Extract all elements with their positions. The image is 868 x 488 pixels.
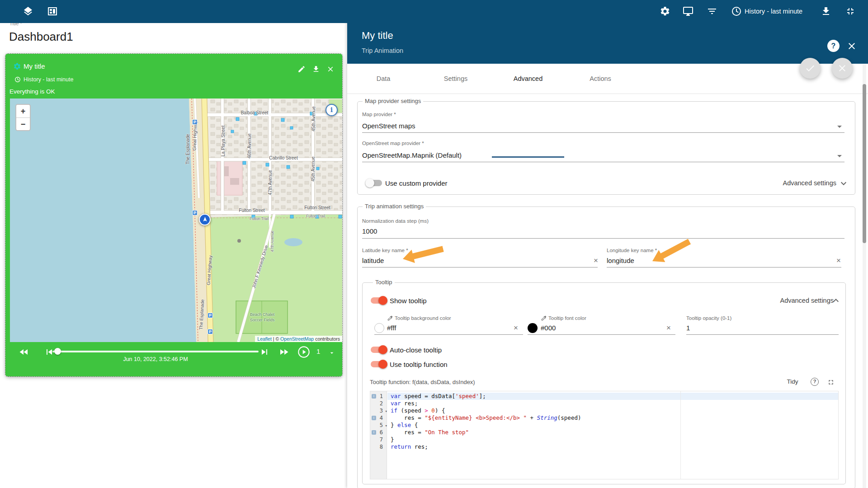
osm-provider-select[interactable]: OpenStreetMap.Mapnik (Default) — [362, 151, 462, 159]
parking-icon: P — [208, 329, 213, 334]
tooltip-advanced-settings-link[interactable]: Advanced settings — [775, 297, 834, 304]
dashboard-layout-icon[interactable] — [47, 6, 58, 17]
function-help-icon[interactable]: ? — [811, 378, 819, 386]
parking-icon: P — [208, 313, 213, 318]
tooltip-font-color-input[interactable]: #000 — [541, 324, 556, 332]
manage-layouts-icon[interactable] — [683, 6, 693, 17]
tab-settings[interactable]: Settings — [420, 64, 492, 94]
map-canvas — [10, 99, 342, 342]
panel-close-icon[interactable] — [846, 41, 857, 52]
clear-longitude-icon[interactable]: × — [836, 256, 841, 265]
leaflet-map[interactable]: Balboa Street Cabrillo Street Fulton Str… — [10, 99, 342, 342]
tooltip-bg-color-input[interactable]: #fff — [387, 324, 396, 332]
trip-animation-widget[interactable]: My title History - last minute Everythin… — [5, 54, 342, 376]
tooltip-function-label: Tooltip function: f(data, dsData, dsInde… — [370, 379, 475, 385]
check-icon — [805, 63, 816, 74]
street-label: Great Highway — [192, 121, 198, 150]
close-icon — [837, 63, 848, 74]
map-info-button[interactable]: i — [326, 104, 338, 116]
show-tooltip-toggle[interactable] — [371, 296, 387, 305]
timewindow-label[interactable]: History - last minute — [745, 8, 802, 15]
attribution-separator: | © — [272, 336, 280, 342]
fieldset-legend: Trip animation settings — [363, 203, 426, 210]
play-button[interactable] — [297, 346, 310, 358]
tooltip-function-editor[interactable]: i123▾i45▾i678 var speed = dsData['speed'… — [370, 391, 839, 479]
speed-dropdown-caret-icon[interactable] — [328, 349, 335, 357]
clear-latitude-icon[interactable]: × — [594, 256, 598, 265]
edit-pencil-icon[interactable] — [297, 65, 306, 73]
dropdown-caret-icon[interactable] — [837, 155, 842, 157]
show-tooltip-label: Show tooltip — [390, 297, 427, 305]
filter-icon[interactable] — [707, 6, 717, 17]
skip-next-button[interactable] — [259, 347, 270, 357]
park-label: Soccer Fields — [250, 318, 275, 322]
use-custom-provider-toggle[interactable] — [365, 178, 382, 188]
tooltip-bg-color-label: Tooltip background color — [395, 315, 451, 321]
street-label: Fulton Street — [239, 208, 264, 213]
street-label: 47th Avenue — [268, 170, 273, 195]
code-lines[interactable]: var speed = dsData['speed'];var res;if (… — [387, 391, 838, 479]
screen: History - last minute Title * Dashboard1… — [0, 0, 868, 488]
leaflet-link[interactable]: Leaflet — [257, 336, 272, 342]
time-slider-track[interactable] — [52, 351, 259, 352]
widget-clock-icon — [14, 76, 21, 83]
tab-actions[interactable]: Actions — [564, 64, 637, 94]
street-label: Fulton Street — [304, 205, 330, 210]
use-tooltip-function-toggle[interactable] — [371, 360, 387, 369]
settings-gear-icon[interactable] — [660, 6, 670, 17]
tooltip-opacity-input[interactable]: 1 — [686, 324, 690, 332]
autoclose-tooltip-label: Auto-close tooltip — [390, 346, 442, 354]
time-slider-knob[interactable] — [54, 348, 61, 355]
widget-spinner-gear-icon — [13, 62, 21, 70]
panel-scrollbar-thumb[interactable] — [863, 84, 866, 243]
playback-speed-value[interactable]: 1 — [316, 347, 320, 355]
config-tabs: Data Settings Advanced Actions — [347, 64, 868, 94]
layers-icon[interactable] — [23, 6, 33, 17]
tab-data[interactable]: Data — [347, 64, 420, 94]
autoclose-tooltip-toggle[interactable] — [371, 345, 387, 354]
clear-bg-color-icon[interactable]: × — [514, 324, 518, 333]
widget-download-icon[interactable] — [312, 65, 320, 73]
map-provider-select[interactable]: OpenStreet maps — [362, 122, 415, 130]
history-clock-icon[interactable] — [731, 6, 742, 17]
fast-forward-button[interactable] — [278, 347, 289, 357]
panel-title: My title — [362, 30, 393, 42]
dropdown-caret-icon[interactable] — [837, 126, 842, 128]
chevron-down-icon[interactable] — [838, 178, 849, 189]
download-icon[interactable] — [821, 6, 831, 17]
map-zoom-control: + − — [15, 104, 31, 131]
parking-icon: P — [192, 210, 198, 216]
dashboard-title[interactable]: Dashboard1 — [9, 30, 73, 44]
tooltip-font-color-swatch[interactable] — [528, 323, 538, 333]
zoom-in-button[interactable]: + — [16, 105, 30, 117]
street-label: 45th Avenue — [311, 156, 316, 181]
print-margin — [680, 391, 681, 479]
chevron-up-icon[interactable] — [830, 295, 841, 306]
discard-changes-button[interactable] — [832, 58, 853, 79]
fast-rewind-button[interactable] — [19, 347, 29, 357]
map-provider-label: Map provider * — [362, 112, 396, 117]
widget-timewindow[interactable]: History - last minute — [24, 76, 73, 83]
help-icon[interactable]: ? — [827, 40, 840, 52]
widget-close-icon[interactable] — [326, 65, 335, 73]
tidy-button[interactable]: Tidy — [782, 378, 803, 385]
longitude-key-input[interactable]: longitude — [607, 257, 634, 264]
latitude-key-input[interactable]: latitude — [362, 257, 384, 264]
street-label: Fulton Trail — [306, 214, 325, 218]
expand-editor-icon[interactable] — [827, 379, 835, 386]
normalization-step-input[interactable]: 1000 — [362, 227, 377, 235]
longitude-key-label: Longitude key name * — [607, 248, 657, 253]
latitude-key-label: Latitude key name * — [362, 248, 408, 253]
top-toolbar: History - last minute — [0, 0, 868, 23]
openstreetmap-link[interactable]: OpenStreetMap — [280, 336, 314, 342]
exit-fullscreen-icon[interactable] — [845, 6, 856, 17]
advanced-settings-link[interactable]: Advanced settings — [778, 179, 836, 187]
clear-font-color-icon[interactable]: × — [666, 324, 671, 333]
trip-position-marker[interactable] — [199, 214, 211, 225]
tooltip-bg-color-swatch[interactable] — [374, 323, 384, 333]
tab-advanced[interactable]: Advanced — [492, 64, 564, 94]
zoom-out-button[interactable]: − — [16, 117, 30, 130]
street-label: Cabrillo Street — [269, 155, 297, 160]
use-tooltip-function-label: Use tooltip function — [390, 361, 448, 368]
apply-changes-button[interactable] — [800, 58, 821, 79]
